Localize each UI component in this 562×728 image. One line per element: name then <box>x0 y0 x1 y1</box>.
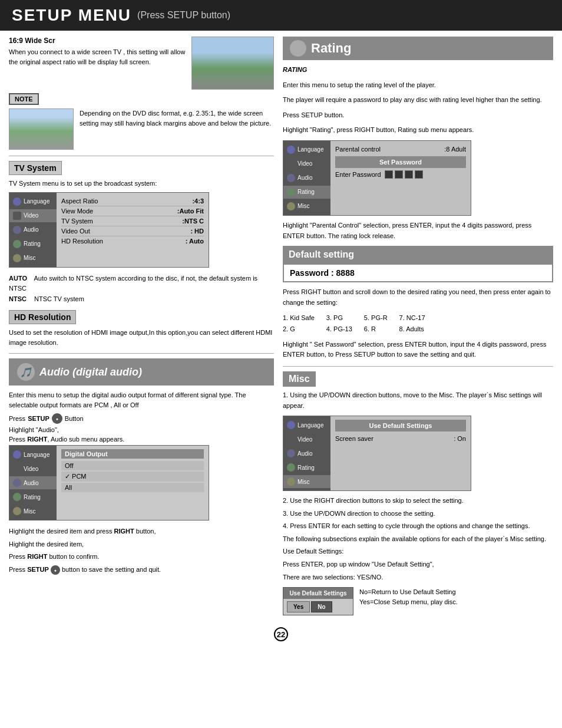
highlight-audio: Highlight "Audio", <box>9 426 274 433</box>
rating-instruction: Highlight "Parental Control" selection, … <box>283 220 553 241</box>
rating-list-cols: 1. Kid Safe 2. G 3. PG 4. PG-13 5. PG-R … <box>283 312 553 334</box>
pw-block-3 <box>405 170 413 179</box>
setup-word: SETUP <box>28 415 49 422</box>
hd-desc: Used to set the resolution of HDMI image… <box>9 328 274 347</box>
press-right-line: Press RIGHT, Audio sub menu appears. <box>9 436 274 443</box>
rating-icon <box>13 240 21 248</box>
menu-row-aspect: Aspect Ratio :4:3 <box>61 196 204 206</box>
use-default-top-btn[interactable]: Use Default Settings <box>283 588 353 599</box>
divider2 <box>9 353 274 354</box>
sidebar-item-video[interactable]: Video <box>9 209 57 222</box>
pw-block-1 <box>385 170 393 179</box>
pw-block-2 <box>395 170 403 179</box>
m-misc-label: Misc <box>297 479 310 485</box>
sidebar-audio-label: Audio <box>24 226 39 233</box>
audio-menu-content: Digital Output Off PCM All <box>57 446 209 520</box>
pw-label: Password <box>290 268 329 278</box>
audio-sidebar-audio[interactable]: Audio <box>9 476 57 489</box>
press-word: Press <box>9 415 25 422</box>
rating-item-2: 2. G <box>283 324 315 335</box>
rating-bold-italic: RATING <box>283 65 553 75</box>
m-rating-icon <box>287 463 295 472</box>
audio-section-icon: 🎵 <box>17 363 35 381</box>
enter-password-label: Enter Password <box>335 171 381 178</box>
audio-instruction4: Press SETUP ● button to save the setting… <box>9 565 274 575</box>
rating-sidebar: Language Video Audio Rating <box>283 141 330 215</box>
button-word: Button <box>65 415 84 422</box>
videoout-value: : HD <box>190 228 204 235</box>
page-title: SETUP MENU <box>12 6 131 25</box>
audio-instruction1: Highlight the desired item and press RIG… <box>9 526 274 537</box>
note-text: Depending on the DVD disc format, e.g. 2… <box>80 108 274 128</box>
audio-sidebar-lang: Language <box>24 452 50 458</box>
r-audio-label: Audio <box>297 174 313 181</box>
misc-sidebar-language[interactable]: Language <box>283 419 330 431</box>
audio-option-all[interactable]: All <box>61 483 204 492</box>
audio-header: 🎵 Audio (digital audio) <box>9 358 274 386</box>
misc-sidebar-rating[interactable]: Rating <box>283 461 330 474</box>
audio-desc: Enter this menu to setup the digital aud… <box>9 390 274 410</box>
rating-label: RATING <box>283 66 307 73</box>
screen-saver-label: Screen saver <box>335 435 373 442</box>
audio-rating-icon <box>13 493 21 501</box>
misc-instruction7: Press ENTER, pop up window "Use Default … <box>283 559 553 570</box>
yes-button[interactable]: Yes <box>287 601 310 612</box>
divider1 <box>9 156 274 156</box>
aspect-label: Aspect Ratio <box>61 197 98 205</box>
tv-menu-content: Aspect Ratio :4:3 View Mode :Auto Fit TV… <box>57 193 209 267</box>
m-video-label: Video <box>297 436 312 443</box>
misc-sidebar-audio[interactable]: Audio <box>283 447 330 460</box>
audio-sidebar-rating[interactable]: Rating <box>9 490 57 503</box>
misc-sidebar-video[interactable]: Video <box>283 433 330 446</box>
parental-value: :8 Adult <box>444 146 466 153</box>
rating-sidebar-video[interactable]: Video <box>283 157 330 170</box>
misc-heading: Misc <box>283 371 316 387</box>
sidebar-lang-label: Language <box>24 198 50 205</box>
ntsc-text: NTSC NTSC TV system <box>9 294 274 305</box>
right-column: Rating RATING Enter this menu to setup t… <box>283 37 553 615</box>
audio-sidebar-misc-label: Misc <box>24 508 36 515</box>
rating-sidebar-audio[interactable]: Audio <box>283 172 330 185</box>
yes-no-row: Yes No <box>283 599 353 615</box>
set-password-btn[interactable]: Set Password <box>335 156 466 168</box>
left-column: 16:9 Wide Scr When you connect to a wide… <box>9 37 274 615</box>
page-number: 22 <box>274 627 288 641</box>
wide-screen-top: 16:9 Wide Scr When you connect to a wide… <box>9 37 274 90</box>
no-button[interactable]: No <box>311 601 332 612</box>
auto-ntsc-text: AUTO Auto switch to NTSC system accordin… <box>9 274 274 305</box>
rating-sidebar-rating[interactable]: Rating <box>283 186 330 199</box>
misc-instruction6: Use Default Settings: <box>283 546 553 557</box>
rating-section-icon <box>290 40 306 57</box>
rating-section: Rating RATING Enter this menu to setup t… <box>283 37 553 360</box>
tv-label: TV System <box>61 218 93 225</box>
password-blocks <box>385 170 423 179</box>
audio-sidebar-video[interactable]: Video <box>9 462 57 475</box>
page-number-container: 22 <box>0 621 562 647</box>
misc-use-default-btn[interactable]: Use Default Settings <box>335 420 466 431</box>
sidebar-item-language[interactable]: Language <box>9 195 57 208</box>
misc-instruction5: The following subsections explain the av… <box>283 534 553 545</box>
wide-screen-heading: 16:9 Wide Scr <box>9 37 186 45</box>
audio-sidebar-language[interactable]: Language <box>9 448 57 461</box>
note-label: NOTE <box>9 93 39 105</box>
rating-item-3: 3. PG <box>326 312 352 324</box>
sidebar-video-label: Video <box>24 212 38 219</box>
rating-sidebar-language[interactable]: Language <box>283 143 330 156</box>
pw-block-4 <box>415 170 423 179</box>
r-video-icon <box>287 160 295 168</box>
audio-option-off[interactable]: Off <box>61 461 204 470</box>
audio-audio-icon <box>13 479 21 487</box>
rating-sidebar-misc[interactable]: Misc <box>283 200 330 213</box>
screen-saver-row: Screen saver : On <box>335 434 466 443</box>
misc-sidebar-misc[interactable]: Misc <box>283 475 330 488</box>
sidebar-item-rating[interactable]: Rating <box>9 238 57 251</box>
sidebar-item-audio[interactable]: Audio <box>9 223 57 236</box>
sidebar-item-misc[interactable]: Misc <box>9 252 57 265</box>
tv-menu-sidebar: Language Video Audio Rating <box>9 193 57 267</box>
audio-sidebar-misc[interactable]: Misc <box>9 505 57 518</box>
lang-icon <box>13 197 21 206</box>
audio-option-pcm[interactable]: PCM <box>61 472 204 482</box>
misc-desc1: 1. Using the UP/DOWN direction buttons, … <box>283 390 553 411</box>
screen-saver-value: : On <box>454 435 466 442</box>
rating-heading: Rating <box>311 41 351 56</box>
